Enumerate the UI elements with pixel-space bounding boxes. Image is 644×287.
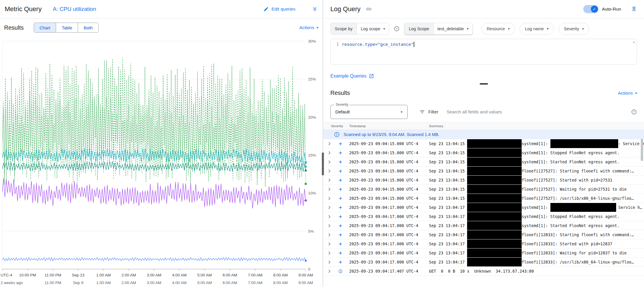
chevron-right-icon[interactable] [327,260,332,265]
scan-banner-text: Scanned up to 9/23/25, 9:04 AM. Scanned … [344,132,439,137]
severity-debug-icon [338,151,343,155]
chevron-right-icon[interactable] [327,269,332,274]
log-search-input[interactable] [446,109,631,115]
example-queries-row: Example Queries [323,65,644,79]
log-row[interactable]: 2025-09-23 09:04:17.000 UTC-4Sep 23 13:0… [323,258,644,267]
log-row[interactable]: 2025-09-23 09:04:15.000 UTC-4Sep 23 13:0… [323,185,644,194]
collapse-panel-up-icon[interactable] [631,6,637,12]
svg-text:30%: 30% [308,39,316,43]
svg-text:5%: 5% [308,229,314,234]
metric-results-title: Results [4,24,24,31]
svg-text:10:00 PM: 10:00 PM [19,273,36,277]
severity-filter-dropdown[interactable]: Severity ▾ [559,23,589,35]
chevron-right-icon[interactable] [327,214,332,219]
filter-icon [419,109,425,115]
metric-actions-button[interactable]: Actions ▾ [299,25,318,30]
log-row[interactable]: 2025-09-23 09:04:17.000 UTC-4Sep 23 13:0… [323,230,644,239]
chevron-right-icon[interactable] [327,223,332,228]
metric-query-header: Metric Query A: CPU utilization Edit que… [0,0,322,19]
log-scope-dropdown[interactable]: Log scope ▾ [357,23,389,34]
severity-debug-icon [338,196,343,201]
chevron-right-icon[interactable] [327,160,332,165]
chevron-right-icon[interactable] [327,187,332,192]
chevron-right-icon[interactable] [327,196,332,201]
redacted-text [467,194,522,203]
log-row[interactable]: 2025-09-23 09:04:17.000 UTC-4Sep 23 13:0… [323,203,644,212]
log-results-title: Results [330,90,350,96]
svg-text:3:00 AM: 3:00 AM [147,273,161,277]
log-results-bar: Results Actions ▾ [323,85,644,96]
log-timestamp: 2025-09-23 09:04:17.000 UTC-4 [349,205,429,210]
log-row[interactable]: 2025-09-23 09:04:15.000 UTC-4Sep 23 13:0… [323,157,644,167]
redacted-text [550,139,618,148]
svg-text:7:00 AM: 7:00 AM [248,273,263,277]
log-row[interactable]: 2025-09-23 09:04:15.000 UTC-4Sep 23 13:0… [323,148,644,157]
log-row[interactable]: 2025-09-23 09:04:15.000 UTC-4Sep 23 13:0… [323,167,644,176]
log-name-filter-dropdown[interactable]: Log name ▾ [520,23,554,35]
chevron-right-icon[interactable] [327,232,332,237]
cpu-utilization-chart[interactable]: 30%25%20%15%10%5%0UTC-410:00 PM11:00 PMS… [0,37,322,287]
help-icon[interactable]: ? [631,109,637,115]
svg-text:4:00 AM: 4:00 AM [172,281,187,285]
svg-text:2 weeks ago: 2 weeks ago [1,281,23,285]
log-row[interactable]: 2025-09-23 09:04:17.000 UTC-4Sep 23 13:0… [323,221,644,230]
chevron-right-icon[interactable] [327,205,332,210]
log-row[interactable]: 2025-09-23 09:04:15.000 UTC-4Sep 23 13:0… [323,176,644,185]
chart-canvas: 30%25%20%15%10%5%0UTC-410:00 PM11:00 PMS… [0,37,322,287]
redacted-text [467,139,522,148]
redacted-text [467,239,522,248]
svg-text:Sep 9: Sep 9 [73,281,83,285]
chevron-right-icon[interactable] [327,141,332,146]
chevron-right-icon[interactable] [327,150,332,155]
severity-select[interactable]: Severity Default ▾ [330,105,408,119]
svg-text:11:00 PM: 11:00 PM [45,273,61,277]
log-timestamp: 2025-09-23 09:04:17.407 UTC-4 [349,269,429,273]
chevron-right-icon[interactable] [327,169,332,174]
editor-scrollbar-up-icon[interactable]: ▲ [633,41,635,43]
caret-down-icon: ▾ [582,27,584,31]
toggle-thumb: ✓ [591,6,598,13]
chevron-right-icon[interactable] [327,178,332,183]
log-row[interactable]: 2025-09-23 09:04:17.000 UTC-4Sep 23 13:0… [323,239,644,249]
log-row[interactable]: 2025-09-23 09:04:17.000 UTC-4Sep 23 13:0… [323,249,644,258]
link-icon[interactable] [366,6,372,12]
log-scope-value-dropdown[interactable]: test_deletable ▾ [434,23,472,34]
filter-label: Filter [428,109,438,115]
log-row[interactable]: 2025-09-23 09:04:17.407 UTC-4GET 0 0 B 1… [323,267,644,276]
edit-queries-button[interactable]: Edit queries [263,6,295,12]
example-queries-link[interactable]: Example Queries [330,73,374,79]
scope-by-group: Scope by Log scope ▾ [330,23,389,35]
editor-code-line[interactable]: resource.type="gce_instance" [342,39,637,64]
severity-debug-icon [338,242,343,246]
expand-panel-down-icon[interactable] [312,6,318,12]
help-icon[interactable]: ? [394,26,400,32]
redacted-text [467,157,522,166]
view-toggle-chart[interactable]: Chart [34,23,56,32]
log-timestamp: 2025-09-23 09:04:17.000 UTC-4 [349,223,429,228]
view-toggle-both[interactable]: Both [78,23,98,32]
log-actions-button[interactable]: Actions ▾ [618,90,637,96]
log-timestamp: 2025-09-23 09:04:17.000 UTC-4 [349,214,429,219]
column-header-severity: Severity [331,124,349,128]
log-timestamp: 2025-09-23 09:04:15.000 UTC-4 [349,169,429,173]
log-row[interactable]: 2025-09-23 09:04:15.000 UTC-4Sep 23 13:0… [323,139,644,148]
caret-down-icon: ▾ [401,110,403,114]
svg-text:2:00 AM: 2:00 AM [121,281,136,285]
svg-text:20%: 20% [308,115,316,120]
chevron-right-icon[interactable] [327,241,332,246]
resource-filter-dropdown[interactable]: Resource ▾ [481,23,515,35]
results-scrollbar-thumb[interactable] [641,139,643,161]
auto-run-toggle[interactable]: ✓ [583,5,599,13]
log-query-editor[interactable]: 1 resource.type="gce_instance" ▲ [330,39,637,65]
svg-text:Sep 23: Sep 23 [72,273,84,277]
metric-query-name-link[interactable]: A: CPU utilization [53,6,96,12]
log-row[interactable]: 2025-09-23 09:04:17.000 UTC-4Sep 23 13:0… [323,212,644,221]
log-table-header: Severity Timestamp Summary [323,122,644,130]
log-row[interactable]: 2025-09-23 09:04:15.000 UTC-4Sep 23 13:0… [323,194,644,203]
scope-by-label: Scope by [331,23,357,34]
caret-down-icon: ▾ [317,26,318,29]
check-icon: ✓ [593,7,596,11]
redacted-text [467,230,522,239]
view-toggle-table[interactable]: Table [56,23,78,32]
chevron-right-icon[interactable] [327,251,332,256]
